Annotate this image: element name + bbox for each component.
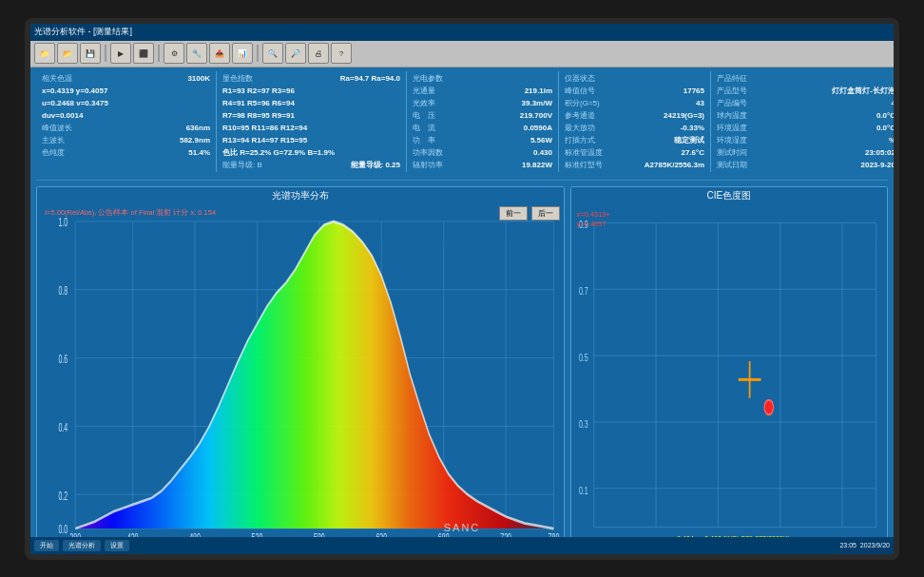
taskbar: 开始 光谱分析 设置 23:05 2023/9/20: [30, 537, 894, 554]
label-ref-channel: 参考通道: [565, 109, 595, 122]
row-r13r15: R13=94 R14=97 R15=95: [221, 134, 402, 146]
cie-chart-area: x=0.4319+ y=0.4057: [571, 204, 887, 546]
toolbar-sep1: [105, 45, 106, 62]
label-measure-mode: 打插方式: [565, 134, 595, 146]
value-cri: Ra=94.7 Ra=94.0: [340, 72, 400, 85]
next-button[interactable]: 后一: [531, 206, 560, 221]
title-bar: 光谱分析软件 - [测量结果]: [30, 24, 894, 41]
value-peak-wl: 636nm: [186, 122, 210, 134]
value-power: 5.56W: [530, 134, 552, 146]
label-rad-power: 辐射功率: [413, 159, 443, 171]
row-cri: 显色指数 Ra=94.7 Ra=94.0: [221, 72, 402, 85]
row-r7r9: R7=98 R8=95 R9=91: [221, 109, 402, 122]
label-dom-wl: 主波长: [42, 134, 65, 146]
row-xy: x=0.4319 y=0.4057: [40, 85, 212, 97]
toolbar-new[interactable]: 📁: [34, 43, 55, 64]
value-cct: 3100K: [187, 72, 210, 85]
toolbar-save[interactable]: 💾: [80, 43, 101, 64]
row-rgb-ratio: 色比 R=25.2% G=72.9% B=1.9%: [221, 146, 402, 159]
toolbar-sep2: [158, 45, 160, 62]
label-test-date: 测试日期: [717, 159, 747, 171]
value-r1r3: R1=93 R2=97 R3=96: [222, 85, 295, 97]
value-r10r12: R10=95 R11=86 R12=94: [222, 122, 307, 134]
data-col5: 产品特征 产品型号 灯灯盒筒灯-长灯泡 产品编号 4 球内温度 0.0°C: [711, 71, 894, 172]
label-peak-signal: 峰值信号: [565, 85, 595, 97]
monitor-brand: SANC: [444, 522, 481, 533]
data-col2: 显色指数 Ra=94.7 Ra=94.0 R1=93 R2=97 R3=96 R…: [217, 71, 407, 172]
value-purity: 51.4%: [188, 146, 210, 159]
label-efficacy: 光效率: [413, 97, 435, 109]
spectral-chart-title: 光谱功率分布: [37, 187, 564, 204]
title-bar-text: 光谱分析软件 - [测量结果]: [34, 26, 132, 38]
toolbar-export[interactable]: 📤: [209, 43, 230, 64]
row-pf: 功率因数 0.430: [411, 146, 554, 159]
label-integral-g5: 积分(G=5): [565, 97, 600, 109]
value-rgb-ratio: 色比 R=25.2% G=72.9% B=1.9%: [222, 146, 335, 159]
svg-text:0.2: 0.2: [58, 489, 67, 502]
data-col3: 光电参数 光通量 219.1lm 光效率 39.3m/W 电 压 219.700…: [407, 71, 559, 172]
label-purity: 色纯度: [42, 146, 65, 159]
svg-text:0.0: 0.0: [58, 523, 67, 536]
value-measure-mode: 稳定测试: [674, 134, 704, 146]
svg-text:0.6: 0.6: [58, 352, 67, 365]
label-std-temp: 标准管温度: [565, 146, 603, 159]
toolbar-zoom-in[interactable]: 🔍: [262, 43, 283, 64]
label-photo: 光电参数: [413, 72, 443, 85]
value-voltage: 219.700V: [520, 109, 552, 122]
value-std-temp: 27.6°C: [681, 146, 704, 159]
data-table: 相关色温 3100K x=0.4319 y=0.4057 u=0.2468 v=…: [36, 71, 888, 172]
charts-area: 光谱功率分布 I=5.00(Rel/Abs), 公告样本 of Final 混射…: [36, 186, 888, 550]
label-env-temp: 环境温度: [717, 122, 747, 134]
value-duv: duv=0.0014: [42, 109, 83, 122]
taskbar-app[interactable]: 光谱分析: [63, 540, 101, 551]
start-button[interactable]: 开始: [34, 540, 59, 551]
value-test-time: 23:05:02: [865, 146, 894, 159]
label-test-time: 测试时间: [717, 146, 747, 159]
value-max-power: -0.33%: [681, 122, 704, 134]
value-current: 0.0590A: [524, 122, 552, 134]
value-r7r9: R7=98 R8=95 R9=91: [222, 109, 295, 122]
spectral-chart-area: I=5.00(Rel/Abs), 公告样本 of Final 混射 计分 x: …: [37, 204, 564, 546]
svg-text:0.1: 0.1: [578, 483, 587, 495]
toolbar-report[interactable]: 📊: [232, 43, 253, 64]
prev-button[interactable]: 前一: [499, 206, 528, 221]
cie-chart-title: CIE色度图: [571, 187, 887, 204]
label-pf: 功率因数: [413, 146, 443, 159]
toolbar-print[interactable]: 🖨: [308, 43, 329, 64]
value-integral-g5: 43: [696, 97, 704, 109]
row-env-temp: 环境温度 0.0°C: [715, 122, 894, 134]
row-product-features: 产品特征: [715, 72, 894, 85]
toolbar-open[interactable]: 📂: [57, 43, 78, 64]
toolbar-zoom-out[interactable]: 🔎: [285, 43, 306, 64]
label-instrument: 仪器状态: [565, 72, 595, 85]
svg-text:0.8: 0.8: [58, 284, 67, 298]
label-lum-flux: 光通量: [413, 85, 435, 97]
toolbar-stop[interactable]: ⬛: [133, 43, 154, 64]
value-ref-channel: 24219(G=3): [664, 109, 704, 122]
toolbar-settings[interactable]: ⚙: [164, 43, 184, 64]
row-std-lamp: 标准灯型号 A2785K/2556.3m: [563, 159, 706, 171]
label-env-humidity: 环境湿度: [717, 134, 747, 146]
svg-text:0.3: 0.3: [578, 416, 587, 429]
spectral-svg: 1.0 0.8 0.6 0.4 0.2 0.0 380 430 480 530: [37, 204, 564, 546]
row-test-time: 测试时间 23:05:02: [715, 146, 894, 159]
value-product-model: 灯灯盒筒灯-长灯泡: [832, 85, 894, 97]
toolbar-sep3: [257, 45, 259, 62]
value-r4r6: R4=91 R5=96 R6=94: [222, 97, 295, 109]
label-power: 功 率: [413, 134, 435, 146]
svg-text:0.7: 0.7: [578, 284, 587, 297]
row-instrument: 仪器状态: [563, 72, 706, 85]
row-dominant-wl: 主波长 582.9nm: [40, 134, 212, 146]
svg-point-44: [764, 399, 773, 414]
toolbar: 📁 📂 💾 ▶ ⬛ ⚙ 🔧 📤 📊 🔍 🔎 🖨 ?: [30, 41, 894, 67]
row-correlated-color-temp: 相关色温 3100K: [40, 72, 212, 85]
toolbar-calibrate[interactable]: 🔧: [186, 43, 207, 64]
toolbar-measure[interactable]: ▶: [110, 43, 131, 64]
label-cct: 相关色温: [42, 72, 72, 85]
row-energy-grade: 能量导级: B 能量导级: 0.25: [221, 159, 402, 171]
value-lum-flux: 219.1lm: [525, 85, 552, 97]
toolbar-help[interactable]: ?: [331, 43, 352, 64]
value-std-lamp: A2785K/2556.3m: [645, 159, 704, 171]
row-uv: u=0.2468 v=0.3475: [40, 97, 212, 109]
taskbar-settings[interactable]: 设置: [105, 540, 129, 551]
